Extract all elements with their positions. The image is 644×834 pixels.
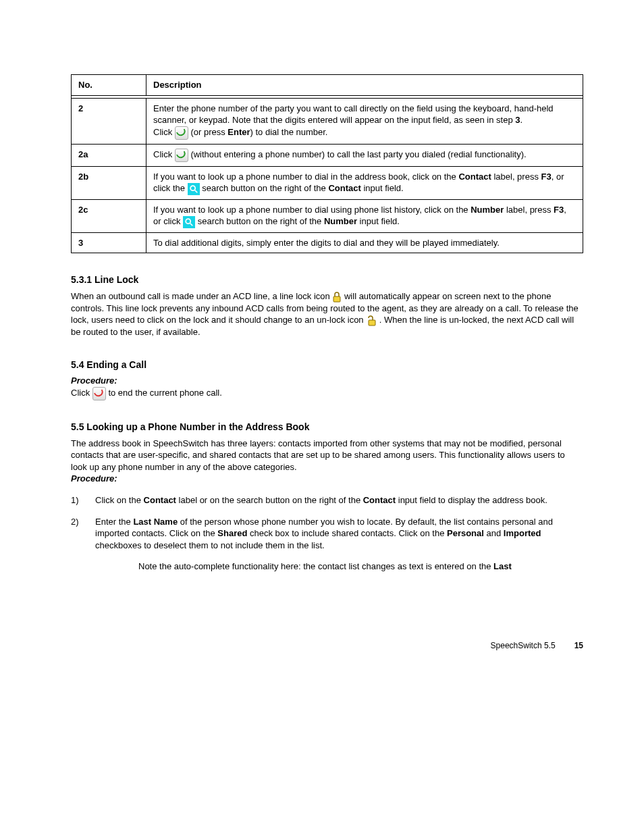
col-header-no: No.	[72, 75, 146, 96]
page-number: 15	[574, 640, 583, 651]
svg-point-2	[186, 219, 190, 224]
row-desc: If you want to look up a phone number to…	[146, 199, 583, 232]
search-icon	[183, 216, 195, 228]
procedure-step: 2) Enter the Last Name of the person who…	[71, 516, 583, 573]
procedure-label: Procedure:	[71, 375, 583, 387]
section-address-book: 5.5 Looking up a Phone Number in the Add…	[71, 421, 583, 573]
section-line-lock: 5.3.1 Line Lock When an outbound call is…	[71, 273, 583, 338]
procedure-step: Click to end the current phone call.	[71, 387, 583, 400]
footer-label: SpeechSwitch 5.5	[491, 640, 556, 651]
phone-hangup-icon	[92, 387, 106, 400]
section-ending-call: 5.4 Ending a Call Procedure: Click to en…	[71, 359, 583, 400]
lock-icon	[332, 292, 342, 303]
svg-line-3	[190, 224, 193, 226]
table-row: 2 Enter the phone number of the party yo…	[72, 98, 583, 144]
procedure-step: 1) Click on the Contact label or on the …	[71, 494, 583, 506]
row-desc: To dial additional digits, simply enter …	[146, 232, 583, 253]
table-row: 2c If you want to look up a phone number…	[72, 199, 583, 232]
phone-dial-icon	[175, 126, 188, 140]
row-no: 2	[72, 98, 146, 144]
svg-line-1	[194, 190, 197, 193]
row-no: 2c	[72, 199, 146, 232]
row-no: 2a	[72, 144, 146, 166]
table-row: 2b If you want to look up a phone number…	[72, 166, 583, 199]
row-no: 3	[72, 232, 146, 253]
step-note: Note the auto-complete functionality her…	[138, 561, 583, 573]
section-heading: 5.5 Looking up a Phone Number in the Add…	[71, 421, 583, 434]
section-body: When an outbound call is made under an A…	[71, 290, 583, 338]
section-body: The address book in SpeechSwitch has thr…	[71, 438, 583, 473]
row-desc: If you want to look up a phone number to…	[146, 166, 583, 199]
page-footer: SpeechSwitch 5.5 15	[71, 640, 583, 651]
section-heading: 5.3.1 Line Lock	[71, 273, 583, 286]
svg-point-0	[190, 186, 195, 190]
row-no: 2b	[72, 166, 146, 199]
svg-rect-5	[369, 320, 375, 325]
unlock-icon	[366, 315, 377, 326]
search-icon	[188, 183, 200, 195]
table-row: 3 To dial additional digits, simply ente…	[72, 232, 583, 253]
procedure-label: Procedure:	[71, 473, 583, 485]
svg-rect-4	[333, 296, 340, 302]
row-desc: Enter the phone number of the party you …	[146, 98, 583, 144]
col-header-desc: Description	[146, 75, 583, 96]
section-heading: 5.4 Ending a Call	[71, 359, 583, 371]
table-row: 2a Click (without entering a phone numbe…	[72, 144, 583, 166]
row-desc: Click (without entering a phone number) …	[146, 144, 583, 166]
description-table: No. Description 2 Enter the phone number…	[71, 74, 583, 253]
phone-dial-icon	[175, 149, 188, 162]
